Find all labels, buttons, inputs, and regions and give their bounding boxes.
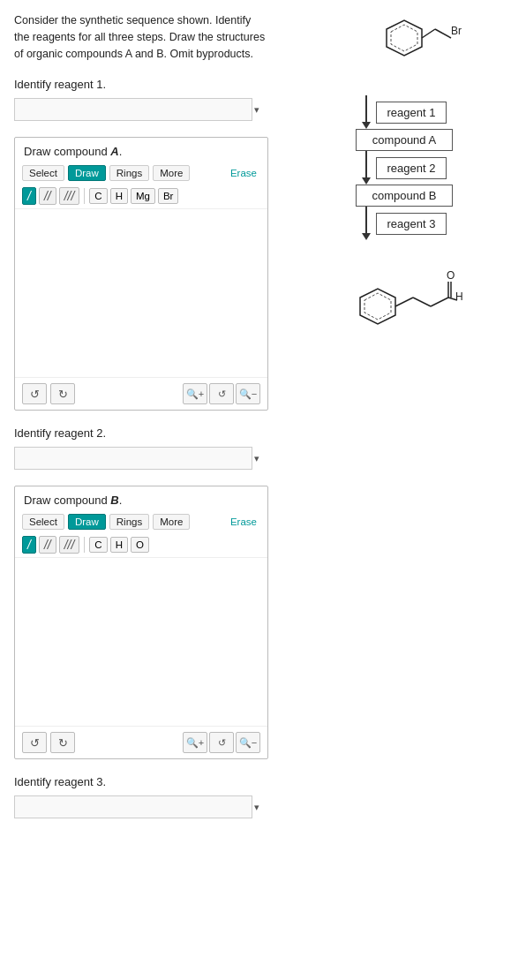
compound-a-bottom: ↺ ↻ 🔍+ ↺ 🔍−	[15, 377, 267, 410]
compound-a-rings-btn[interactable]: Rings	[109, 165, 149, 181]
svg-marker-6	[364, 293, 391, 320]
compound-b-bond2-btn[interactable]: //	[39, 536, 56, 554]
compound-b-bond3-btn[interactable]: ///	[59, 536, 80, 554]
compound-b-atom-C[interactable]: C	[89, 537, 107, 553]
final-product-svg: O H	[334, 240, 475, 346]
compound-a-box: compound A	[356, 129, 453, 151]
compound-b-canvas[interactable]	[15, 558, 267, 726]
arrow-reagent1-row: reagent 1	[362, 95, 447, 129]
reagent3-dropdown-icon[interactable]: ▾	[254, 802, 259, 813]
compound-b-rings-btn[interactable]: Rings	[109, 514, 149, 530]
compound-a-bond3-btn[interactable]: ///	[59, 187, 80, 205]
compound-b-select-btn[interactable]: Select	[22, 514, 64, 530]
compound-a-atom-C[interactable]: C	[89, 188, 107, 204]
draw-compound-a-title: Draw compound A.	[15, 138, 267, 162]
identify-reagent2-label: Identify reagent 2.	[14, 426, 268, 440]
svg-line-3	[435, 29, 451, 38]
compound-b-zoom-fit-btn[interactable]: ↺	[209, 732, 234, 753]
svg-line-8	[413, 298, 431, 306]
compound-b-redo-btn[interactable]: ↻	[50, 732, 75, 753]
reaction-diagram: Br reagent 1 compound A reagent 2	[282, 0, 526, 847]
compound-a-atom-Br[interactable]: Br	[158, 188, 179, 204]
reagent2-box: reagent 2	[376, 157, 447, 179]
compound-a-toolbar: Select Draw Rings More Erase / // /// C …	[15, 162, 267, 209]
compound-b-erase-btn[interactable]: Erase	[227, 515, 260, 529]
svg-line-9	[431, 298, 448, 306]
svg-text:Br: Br	[451, 25, 462, 37]
svg-line-2	[422, 29, 435, 38]
compound-b-more-btn[interactable]: More	[153, 514, 190, 530]
svg-marker-5	[360, 289, 395, 324]
compound-a-undo-btn[interactable]: ↺	[22, 383, 47, 404]
reagent1-dropdown-icon[interactable]: ▾	[254, 104, 259, 116]
intro-text: Consider the synthetic sequence shown. I…	[14, 12, 268, 62]
reagent3-input[interactable]	[14, 795, 252, 818]
svg-marker-0	[387, 20, 422, 56]
compound-a-redo-btn[interactable]: ↻	[50, 383, 75, 404]
reagent2-dropdown-icon[interactable]: ▾	[254, 453, 259, 464]
compound-b-toolbar: Select Draw Rings More Erase / // /// C …	[15, 510, 267, 558]
compound-a-zoom-in-btn[interactable]: 🔍+	[183, 383, 207, 404]
compound-b-atom-H[interactable]: H	[110, 537, 128, 553]
compound-a-atom-H[interactable]: H	[110, 188, 128, 204]
reagent1-input[interactable]	[14, 98, 252, 121]
compound-a-atom-Mg[interactable]: Mg	[131, 188, 155, 204]
draw-compound-a-box: Draw compound A. Select Draw Rings More …	[14, 137, 268, 411]
compound-a-zoom-out-btn[interactable]: 🔍−	[236, 383, 260, 404]
compound-b-bottom: ↺ ↻ 🔍+ ↺ 🔍−	[15, 726, 267, 758]
compound-a-erase-btn[interactable]: Erase	[227, 166, 260, 180]
arrow-reagent2-row: reagent 2	[362, 151, 447, 185]
svg-marker-1	[391, 25, 417, 51]
reagent2-input[interactable]	[14, 447, 252, 470]
compound-b-draw-btn[interactable]: Draw	[68, 514, 106, 530]
compound-b-bond1-btn[interactable]: /	[22, 536, 36, 554]
reagent1-box: reagent 1	[376, 102, 447, 124]
identify-reagent3-label: Identify reagent 3.	[14, 775, 268, 788]
svg-text:H: H	[455, 290, 463, 303]
compound-a-draw-btn[interactable]: Draw	[68, 165, 106, 181]
draw-compound-b-box: Draw compound B. Select Draw Rings More …	[14, 486, 268, 759]
compound-a-zoom-fit-btn[interactable]: ↺	[209, 383, 234, 404]
final-product: O H	[334, 240, 475, 346]
compound-a-canvas[interactable]	[15, 209, 267, 377]
arrow-reagent3-row: reagent 3	[362, 207, 447, 240]
starting-material: Br	[347, 16, 462, 95]
draw-compound-b-title: Draw compound B.	[15, 486, 267, 510]
reagent3-box: reagent 3	[376, 213, 447, 235]
starting-material-svg: Br	[347, 16, 462, 95]
svg-line-7	[395, 298, 413, 306]
compound-a-bond2-btn[interactable]: //	[39, 187, 56, 205]
compound-a-select-btn[interactable]: Select	[22, 165, 64, 181]
compound-b-zoom-in-btn[interactable]: 🔍+	[183, 732, 207, 753]
compound-a-more-btn[interactable]: More	[153, 165, 190, 181]
svg-text:O: O	[447, 269, 455, 282]
compound-b-atom-O[interactable]: O	[131, 537, 149, 553]
compound-b-box: compound B	[356, 185, 453, 207]
compound-a-bond1-btn[interactable]: /	[22, 187, 36, 205]
compound-b-undo-btn[interactable]: ↺	[22, 732, 47, 753]
compound-b-zoom-out-btn[interactable]: 🔍−	[236, 732, 260, 753]
identify-reagent1-label: Identify reagent 1.	[14, 78, 268, 91]
